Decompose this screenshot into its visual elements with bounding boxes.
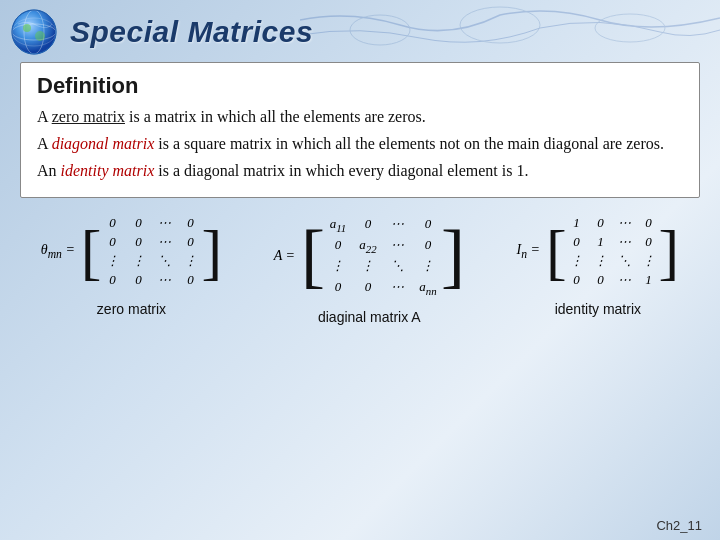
zero-matrix-cells: 00⋯0 00⋯0 ⋮⋮⋱⋮ 00⋯0 [104,212,200,291]
zero-matrix-definition: A zero matrix is a matrix in which all t… [37,105,683,130]
zero-matrix-term: zero matrix [52,108,125,125]
identity-matrix-block: In = [ 10⋯0 01⋯0 ⋮⋮⋱⋮ 00⋯1 ] identity ma… [516,212,679,317]
identity-matrix-bracket-right: ] [659,226,680,279]
diagonal-matrix-label: diaginal matrix A [318,309,421,325]
page-title: Special Matrices [70,15,313,49]
svg-point-8 [35,31,45,41]
zero-matrix-lhs: θmn = [41,242,75,261]
diagonal-matrix-bracket-left: [ [301,226,325,285]
globe-icon [10,8,58,56]
math-section: θmn = [ 00⋯0 00⋯0 ⋮⋮⋱⋮ 00⋯0 ] zero matri… [0,206,720,325]
diagonal-matrix-term: diagonal matrix [52,135,155,152]
identity-matrix-bracket-left: [ [546,226,567,279]
diagonal-matrix-expr: A = [ a110⋯0 0a22⋯0 ⋮⋮⋱⋮ 00⋯ann ] [274,212,465,299]
identity-matrix-lhs: In = [516,242,539,261]
diagonal-matrix-bracket-right: ] [441,226,465,285]
diagonal-matrix-lhs: A = [274,248,295,264]
diagonal-matrix-definition: A diagonal matrix is a square matrix in … [37,132,683,157]
slide-number: Ch2_11 [656,518,702,533]
diagonal-matrix-cells: a110⋯0 0a22⋯0 ⋮⋮⋱⋮ 00⋯ann [327,212,439,299]
identity-matrix-definition: An identity matrix is a diagonal matrix … [37,159,683,184]
zero-matrix-label: zero matrix [97,301,166,317]
identity-matrix-cells: 10⋯0 01⋯0 ⋮⋮⋱⋮ 00⋯1 [569,212,657,291]
svg-point-7 [23,24,31,32]
zero-matrix-bracket-right: ] [202,226,223,279]
zero-matrix-expr: θmn = [ 00⋯0 00⋯0 ⋮⋮⋱⋮ 00⋯0 ] [41,212,222,291]
zero-matrix-block: θmn = [ 00⋯0 00⋯0 ⋮⋮⋱⋮ 00⋯0 ] zero matri… [41,212,222,317]
identity-matrix-expr: In = [ 10⋯0 01⋯0 ⋮⋮⋱⋮ 00⋯1 ] [516,212,679,291]
diagonal-matrix-block: A = [ a110⋯0 0a22⋯0 ⋮⋮⋱⋮ 00⋯ann ] diagin… [274,212,465,325]
identity-matrix-term: identity matrix [61,162,155,179]
definition-title: Definition [37,73,683,99]
identity-matrix-label: identity matrix [555,301,641,317]
zero-matrix-bracket-left: [ [81,226,102,279]
definition-box: Definition A zero matrix is a matrix in … [20,62,700,198]
footer: Ch2_11 [656,518,702,534]
header: Special Matrices [0,0,720,60]
